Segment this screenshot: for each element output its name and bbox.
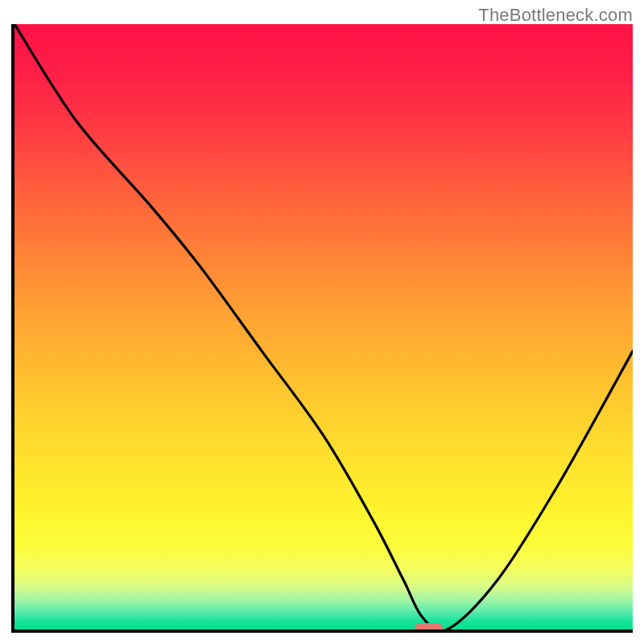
watermark-text: TheBottleneck.com [478,5,633,26]
optimal-marker [415,623,443,633]
chart-container: TheBottleneck.com [0,0,644,644]
bottleneck-curve [14,24,633,630]
plot-area [11,24,633,633]
